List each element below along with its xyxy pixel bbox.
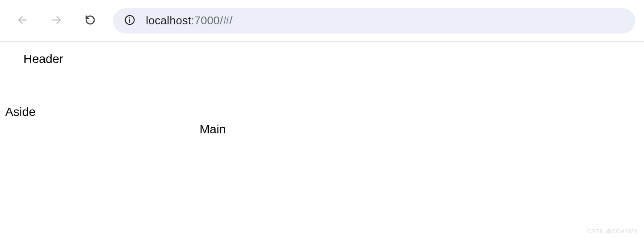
url-path: /#/ — [220, 14, 233, 27]
site-info-button[interactable] — [123, 14, 136, 27]
info-icon — [124, 14, 135, 27]
url-text: localhost:7000/#/ — [146, 14, 233, 27]
page-content: Header Aside Main — [0, 42, 644, 238]
address-bar[interactable]: localhost:7000/#/ — [113, 8, 635, 33]
back-button[interactable] — [13, 11, 32, 30]
reload-icon — [85, 14, 96, 27]
reload-button[interactable] — [81, 11, 100, 30]
layout-main-label: Main — [200, 122, 226, 136]
layout-header-label: Header — [23, 52, 63, 66]
arrow-left-icon — [17, 14, 28, 27]
layout-aside-label: Aside — [5, 105, 36, 119]
url-port: :7000 — [191, 14, 220, 27]
arrow-right-icon — [51, 14, 62, 27]
watermark-text: CSDN @CCH2024 — [587, 228, 638, 235]
nav-button-group — [13, 11, 100, 30]
url-host: localhost — [146, 14, 191, 27]
svg-point-4 — [129, 17, 130, 18]
forward-button[interactable] — [47, 11, 66, 30]
browser-toolbar: localhost:7000/#/ — [0, 0, 644, 42]
